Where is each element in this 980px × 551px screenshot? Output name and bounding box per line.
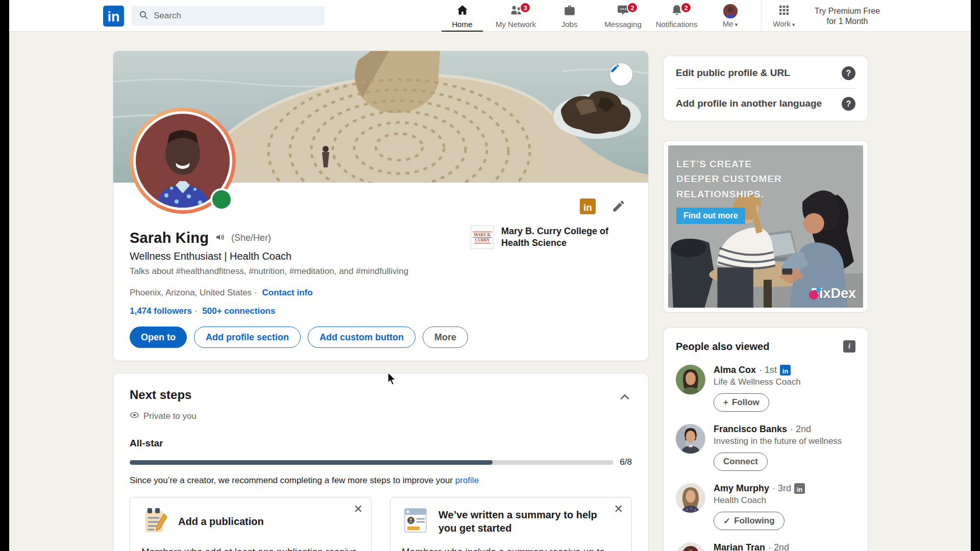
edit-profile-button[interactable]	[611, 199, 627, 214]
more-button[interactable]: More	[423, 327, 468, 348]
linkedin-gold-badge-icon[interactable]: in	[580, 198, 596, 214]
eye-icon	[130, 410, 139, 422]
summary-suggestion-card: We’ve written a summary to help you get …	[390, 497, 632, 551]
divider	[676, 88, 855, 89]
progress-fraction: 6/8	[620, 457, 632, 467]
education-name: Mary B. Curry College of Health Science	[501, 226, 639, 249]
allstar-progress-bar	[130, 460, 614, 465]
allstar-label: All-star	[130, 438, 632, 449]
person-row: Alma Cox · 1st in Life & Wellness Coach …	[676, 365, 855, 412]
person-name[interactable]: Amy Murphy	[714, 483, 769, 494]
nav-items: Home My Network 3 Jobs Messaging 2 Notif…	[435, 0, 806, 32]
nav-home-label: Home	[452, 20, 472, 29]
person-name[interactable]: Marian Tran	[714, 542, 765, 551]
ad-image[interactable]: LET’S CREATE DEEPER CUSTOMER RELATIONSHI…	[668, 145, 863, 308]
messaging-badge: 2	[627, 2, 638, 13]
my-network-badge: 3	[520, 2, 531, 13]
contact-info-link[interactable]: Contact info	[262, 288, 313, 297]
add-profile-section-button[interactable]: Add profile section	[194, 327, 301, 348]
chevron-down-icon: ▾	[792, 21, 795, 28]
linkedin-badge-icon: in	[794, 483, 805, 494]
nav-home[interactable]: Home	[435, 0, 489, 32]
add-profile-language-link[interactable]: Add profile in another language ?	[676, 97, 855, 111]
education-link[interactable]: MARY B. CURRY Mary B. Curry College of H…	[471, 226, 639, 249]
profile-info: Sarah King (She/Her) Wellness Enthusiast…	[130, 230, 477, 348]
pencil-icon	[611, 199, 626, 213]
edit-public-profile-link[interactable]: Edit public profile & URL ?	[676, 66, 855, 80]
card-title: Add a publication	[178, 515, 264, 528]
search-bar[interactable]	[132, 6, 325, 26]
connections-link[interactable]: 500+ connections	[202, 306, 275, 316]
connect-button[interactable]: Connect	[714, 453, 768, 471]
nav-my-network-label: My Network	[496, 20, 536, 29]
people-also-viewed-card: People also viewed i Alma Cox · 1st in L…	[664, 328, 868, 551]
search-input[interactable]	[154, 11, 307, 21]
connection-degree: · 1st	[759, 365, 777, 375]
avatar[interactable]	[676, 424, 705, 454]
profile-url-card: Edit public profile & URL ? Add profile …	[664, 56, 868, 121]
linkedin-badge-icon: in	[780, 365, 791, 375]
next-steps-description: Since you’re a creator, we recommend com…	[130, 475, 453, 485]
card-title: We’ve written a summary to help you get …	[438, 508, 605, 535]
ad-brand-logo: FixDex	[807, 286, 856, 302]
nav-work[interactable]: Work▾	[762, 0, 806, 32]
ad-card: LET’S CREATE DEEPER CUSTOMER RELATIONSHI…	[664, 141, 868, 312]
notifications-badge: 2	[680, 2, 692, 13]
jobs-icon	[563, 4, 576, 19]
profile-talks-about: Talks about #healthandfitness, #nutritio…	[130, 266, 477, 277]
person-name[interactable]: Francisco Banks	[714, 424, 787, 435]
next-steps-card: Next steps Private to you All-star 6/8 S…	[113, 373, 648, 551]
close-icon[interactable]: ✕	[614, 504, 623, 515]
collapse-section-button[interactable]	[618, 390, 632, 406]
avatar[interactable]	[676, 365, 705, 394]
profile-headline: Wellness Enthusiast | Health Coach	[130, 251, 477, 262]
nav-messaging-label: Messaging	[604, 20, 642, 29]
person-row: Francisco Banks · 2nd Investing in the f…	[676, 424, 855, 471]
try-premium-link[interactable]: Try Premium Free for 1 Month	[801, 6, 893, 27]
connection-degree: · 2nd	[790, 424, 811, 435]
me-avatar	[723, 4, 738, 18]
profile-pronouns: (She/Her)	[231, 233, 271, 243]
check-icon: ✓	[723, 516, 730, 527]
open-to-button[interactable]: Open to	[130, 327, 187, 348]
name-pronunciation-icon[interactable]	[215, 232, 226, 245]
help-icon[interactable]: ?	[842, 97, 855, 111]
ad-cta-button[interactable]: Find out more	[676, 208, 745, 224]
nav-my-network[interactable]: My Network 3	[489, 0, 543, 32]
privacy-label: Private to you	[143, 411, 197, 421]
publication-notepad-icon	[141, 507, 169, 536]
card-body: Members who include a summary receive up…	[402, 545, 620, 551]
person-row: Marian Tran · 2nd	[676, 542, 855, 551]
ad-headline: LET’S CREATE DEEPER CUSTOMER RELATIONSHI…	[676, 157, 782, 202]
profile-name: Sarah King	[130, 230, 209, 246]
next-steps-title: Next steps	[130, 388, 191, 402]
profile-photo[interactable]	[130, 108, 236, 214]
linkedin-logo[interactable]: in	[103, 6, 124, 27]
nav-messaging[interactable]: Messaging 2	[596, 0, 650, 32]
avatar[interactable]	[676, 483, 705, 513]
avatar[interactable]	[676, 542, 705, 551]
followers-link[interactable]: 1,474 followers	[130, 306, 192, 316]
person-subtitle: Investing in the future of wellness	[714, 436, 842, 446]
add-custom-button[interactable]: Add custom button	[308, 327, 415, 348]
edit-cover-button[interactable]	[610, 63, 632, 86]
following-button[interactable]: ✓Following	[714, 512, 785, 530]
chevron-up-icon	[618, 390, 632, 404]
card-body: Members who add at least one publication…	[141, 545, 360, 551]
plus-icon: +	[723, 397, 728, 408]
info-icon[interactable]: i	[843, 340, 855, 353]
follow-button[interactable]: +Follow	[714, 393, 769, 412]
chevron-down-icon: ▾	[735, 21, 738, 28]
allstar-progress-fill	[130, 460, 493, 465]
linkedin-app: in Home My Network 3 Jobs Me	[9, 0, 971, 551]
nav-jobs[interactable]: Jobs	[543, 0, 596, 32]
nav-notifications[interactable]: Notifications 2	[650, 0, 703, 32]
profile-link[interactable]: profile	[455, 475, 479, 485]
home-icon	[456, 4, 469, 19]
help-icon[interactable]: ?	[842, 66, 855, 80]
search-icon	[139, 10, 149, 22]
person-name[interactable]: Alma Cox	[714, 365, 756, 375]
nav-me[interactable]: Me▾	[703, 0, 757, 32]
presence-indicator	[210, 188, 233, 211]
close-icon[interactable]: ✕	[354, 504, 363, 515]
